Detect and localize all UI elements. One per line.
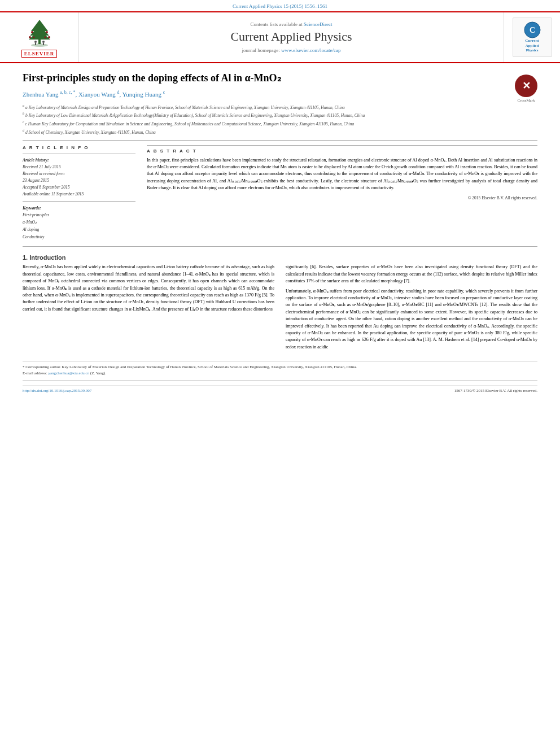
author-zhenhua: Zhenhua Yang a, b, c, *: [23, 91, 75, 98]
intro-para-1: Recently, α-MnO₂ has been applied widely…: [23, 264, 274, 313]
journal-center-header: Contents lists available at ScienceDirec…: [79, 12, 504, 62]
article-title: First-principles study on the doping eff…: [23, 72, 537, 85]
article-info-col: A R T I C L E I N F O Article history: R…: [23, 145, 135, 241]
journal-badge: C CurrentAppliedPhysics: [513, 18, 552, 57]
email-link[interactable]: yangzhenhua@xtu.edu.cn: [49, 371, 90, 375]
journal-header: ELSEVIER Contents lists available at Sci…: [0, 11, 560, 63]
svg-text:C: C: [529, 26, 535, 34]
authors-line: Zhenhua Yang a, b, c, *, Xianyou Wang d,…: [23, 89, 537, 99]
crossmark-icon: ✕: [515, 75, 537, 97]
bottom-divider: [23, 381, 537, 381]
footnote-area: * Corresponding author. Key Laboratory o…: [23, 361, 537, 376]
email-label: E-mail address:: [23, 371, 47, 375]
article-history-block: Article history: Received 21 July 2015 R…: [23, 154, 135, 198]
svg-point-1: [31, 43, 48, 47]
abstract-col: A B S T R A C T In this paper, first-pri…: [147, 145, 537, 241]
keyword-3: Al doping: [23, 226, 135, 234]
affiliation-a: a a Key Laboratory of Materials Design a…: [23, 103, 537, 111]
affiliations-block: a a Key Laboratory of Materials Design a…: [23, 103, 537, 136]
body-top-divider: [23, 246, 537, 247]
journal-citation: Current Applied Physics 15 (2015) 1556–1…: [233, 3, 327, 9]
keyword-1: First-principles: [23, 212, 135, 219]
svg-rect-12: [35, 43, 36, 45]
affiliation-d: d d School of Chemistry, Xiangtan Univer…: [23, 128, 537, 136]
elsevier-tree-icon: [20, 17, 59, 48]
crossmark-area: ✕ CrossMark: [515, 75, 537, 103]
intro-col-left: Recently, α-MnO₂ has been applied widely…: [23, 264, 274, 353]
journal-homepage-line: journal homepage: www.elsevier.com/locat…: [242, 47, 341, 53]
svg-point-13: [42, 41, 45, 43]
keywords-label: Keywords:: [23, 205, 135, 212]
svg-point-7: [29, 36, 31, 38]
journal-badge-area: C CurrentAppliedPhysics: [504, 12, 560, 62]
journal-title: Current Applied Physics: [230, 29, 352, 44]
svg-rect-14: [43, 43, 44, 45]
svg-point-11: [34, 41, 37, 43]
received-date: Received 21 July 2015: [23, 164, 135, 171]
homepage-link[interactable]: www.elsevier.com/locate/cap: [281, 47, 340, 53]
svg-point-6: [46, 31, 48, 33]
bottom-bar: http://dx.doi.org/10.1016/j.cap.2015.09.…: [23, 386, 537, 393]
svg-point-10: [44, 37, 46, 38]
intro-col-right: significantly [6]. Besides, surface prop…: [286, 264, 537, 353]
intro-section-title: 1. Introduction: [23, 254, 537, 261]
info-divider: [23, 201, 135, 202]
article-info-heading: A R T I C L E I N F O: [23, 145, 135, 150]
elsevier-brand-label: ELSEVIER: [21, 50, 58, 58]
page: Current Applied Physics 15 (2015) 1556–1…: [0, 0, 560, 399]
article-history-label: Article history:: [23, 157, 135, 164]
svg-point-8: [48, 36, 50, 38]
science-direct-link[interactable]: ScienceDirect: [304, 21, 332, 27]
journal-citation-bar: Current Applied Physics 15 (2015) 1556–1…: [0, 0, 560, 11]
author-xianyou: Xianyou Wang d: [78, 91, 120, 98]
received-revised-label: Received in revised form: [23, 171, 135, 177]
received-revised-date: 23 August 2015: [23, 177, 135, 184]
intro-two-col: Recently, α-MnO₂ has been applied widely…: [23, 264, 537, 353]
homepage-text: journal homepage:: [242, 47, 280, 53]
abstract-heading: A B S T R A C T: [147, 148, 537, 154]
issn-text: 1567-1739/© 2015 Elsevier B.V. All right…: [454, 388, 537, 393]
elsevier-logo: ELSEVIER: [20, 17, 59, 58]
science-direct-line: Contents lists available at ScienceDirec…: [251, 21, 333, 27]
corresponding-author-note: * Corresponding author. Key Laboratory o…: [23, 364, 537, 370]
article-content: ✕ CrossMark First-principles study on th…: [0, 63, 560, 399]
available-online: Available online 11 September 2015: [23, 191, 135, 198]
svg-point-9: [33, 37, 34, 38]
svg-point-5: [31, 31, 33, 33]
badge-title: CurrentAppliedPhysics: [525, 38, 539, 53]
info-abstract-row: A R T I C L E I N F O Article history: R…: [23, 145, 537, 241]
abstract-text: In this paper, first-principles calculat…: [147, 157, 537, 192]
intro-col2-para2: Unfortunately, α-MnO₂ suffers from poor …: [286, 288, 537, 351]
elsevier-logo-area: ELSEVIER: [0, 12, 79, 62]
author-yunqing: Yunqing Huang c: [123, 91, 165, 98]
keyword-2: α-MnO₂: [23, 219, 135, 226]
keyword-4: Conductivity: [23, 234, 135, 241]
affiliation-b: b b Key Laboratory of Low Dimensional Ma…: [23, 111, 537, 119]
introduction-section: 1. Introduction Recently, α-MnO₂ has bee…: [23, 251, 537, 356]
title-divider: [23, 140, 537, 141]
contents-available-text: Contents lists available at: [251, 21, 303, 27]
affiliation-c: c c Human Key Laboratory for Computation…: [23, 120, 537, 127]
email-suffix: (Z. Yang).: [90, 371, 106, 375]
abstract-block: A B S T R A C T In this paper, first-pri…: [147, 145, 537, 200]
badge-icon: C: [524, 21, 541, 38]
keywords-block: Keywords: First-principles α-MnO₂ Al dop…: [23, 205, 135, 241]
accepted-date: Accepted 8 September 2015: [23, 184, 135, 191]
doi-link[interactable]: http://dx.doi.org/10.1016/j.cap.2015.09.…: [23, 388, 91, 393]
copyright-text: © 2015 Elsevier B.V. All rights reserved…: [147, 195, 537, 200]
intro-col2-para1: significantly [6]. Besides, surface prop…: [286, 264, 537, 285]
email-line: E-mail address: yangzhenhua@xtu.edu.cn (…: [23, 370, 537, 377]
